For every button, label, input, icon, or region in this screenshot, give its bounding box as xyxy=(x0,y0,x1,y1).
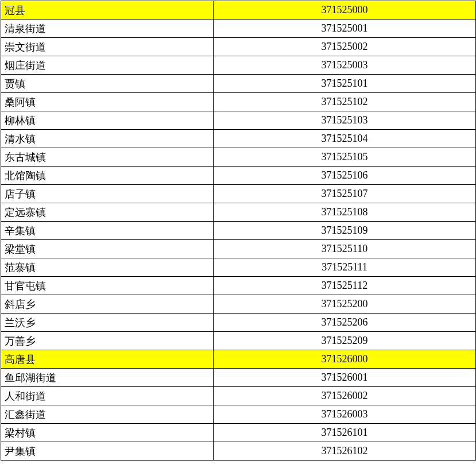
region-name-cell: 兰沃乡 xyxy=(1,314,214,332)
region-code-cell: 371525105 xyxy=(214,148,476,167)
table-row: 东古城镇371525105 xyxy=(1,148,476,167)
region-name-cell: 清泉街道 xyxy=(1,20,214,38)
table-row: 贾镇371525101 xyxy=(1,75,476,93)
table-row: 高唐县371526000 xyxy=(1,350,476,369)
region-name-cell: 崇文街道 xyxy=(1,38,214,56)
region-name-cell: 桑阿镇 xyxy=(1,93,214,111)
region-code-cell: 371526001 xyxy=(214,369,476,387)
region-name-cell: 范寨镇 xyxy=(1,258,214,277)
region-code-cell: 371525107 xyxy=(214,185,476,203)
table-row: 鱼邱湖街道371526001 xyxy=(1,369,476,387)
region-code-cell: 371525102 xyxy=(214,93,476,111)
table-row: 定远寨镇371525108 xyxy=(1,203,476,222)
region-code-cell: 371525110 xyxy=(214,240,476,258)
table-row: 崇文街道371525002 xyxy=(1,38,476,56)
table-row: 兰沃乡371525206 xyxy=(1,314,476,332)
region-code-cell: 371526003 xyxy=(214,405,476,424)
region-name-cell: 甘官屯镇 xyxy=(1,277,214,295)
table-row: 范寨镇371525111 xyxy=(1,258,476,277)
region-name-cell: 斜店乡 xyxy=(1,295,214,314)
region-code-cell: 371525103 xyxy=(214,111,476,130)
region-name-cell: 汇鑫街道 xyxy=(1,405,214,424)
region-name-cell: 柳林镇 xyxy=(1,111,214,130)
table-row: 斜店乡371525200 xyxy=(1,295,476,314)
region-code-cell: 371525104 xyxy=(214,130,476,148)
table-row: 甘官屯镇371525112 xyxy=(1,277,476,295)
table-row: 人和街道371526002 xyxy=(1,387,476,405)
region-code-cell: 371526002 xyxy=(214,387,476,405)
table-row: 汇鑫街道371526003 xyxy=(1,405,476,424)
region-name-cell: 万善乡 xyxy=(1,332,214,350)
region-code-cell: 371525002 xyxy=(214,38,476,56)
table-row: 北馆陶镇371525106 xyxy=(1,167,476,185)
region-name-cell: 人和街道 xyxy=(1,387,214,405)
region-code-cell: 371525206 xyxy=(214,314,476,332)
region-name-cell: 冠县 xyxy=(1,1,214,20)
table-row: 柳林镇371525103 xyxy=(1,111,476,130)
table-row: 梁堂镇371525110 xyxy=(1,240,476,258)
region-code-cell: 371526102 xyxy=(214,442,476,461)
table-row: 尹集镇371526102 xyxy=(1,442,476,461)
region-code-cell: 371525200 xyxy=(214,295,476,314)
table-row: 桑阿镇371525102 xyxy=(1,93,476,111)
region-code-cell: 371525000 xyxy=(214,1,476,20)
table-row: 店子镇371525107 xyxy=(1,185,476,203)
region-name-cell: 梁堂镇 xyxy=(1,240,214,258)
region-code-cell: 371525109 xyxy=(214,222,476,240)
region-code-cell: 371525001 xyxy=(214,20,476,38)
table-row: 清泉街道371525001 xyxy=(1,20,476,38)
table-row: 冠县371525000 xyxy=(1,1,476,20)
table-row: 烟庄街道371525003 xyxy=(1,56,476,75)
region-name-cell: 烟庄街道 xyxy=(1,56,214,75)
region-name-cell: 东古城镇 xyxy=(1,148,214,167)
table-row: 辛集镇371525109 xyxy=(1,222,476,240)
region-name-cell: 高唐县 xyxy=(1,350,214,369)
region-code-cell: 371525108 xyxy=(214,203,476,222)
region-code-cell: 371526101 xyxy=(214,424,476,442)
region-code-cell: 371525209 xyxy=(214,332,476,350)
table-row: 清水镇371525104 xyxy=(1,130,476,148)
region-code-cell: 371525111 xyxy=(214,258,476,277)
region-code-cell: 371525112 xyxy=(214,277,476,295)
region-name-cell: 辛集镇 xyxy=(1,222,214,240)
region-name-cell: 鱼邱湖街道 xyxy=(1,369,214,387)
table-row: 万善乡371525209 xyxy=(1,332,476,350)
region-name-cell: 定远寨镇 xyxy=(1,203,214,222)
region-name-cell: 店子镇 xyxy=(1,185,214,203)
region-name-cell: 尹集镇 xyxy=(1,442,214,461)
region-code-cell: 371525003 xyxy=(214,56,476,75)
region-name-cell: 贾镇 xyxy=(1,75,214,93)
table-body: 冠县371525000清泉街道371525001崇文街道371525002烟庄街… xyxy=(1,1,476,461)
region-code-cell: 371526000 xyxy=(214,350,476,369)
region-code-table: 冠县371525000清泉街道371525001崇文街道371525002烟庄街… xyxy=(1,1,476,461)
region-name-cell: 清水镇 xyxy=(1,130,214,148)
table-row: 梁村镇371526101 xyxy=(1,424,476,442)
region-code-cell: 371525101 xyxy=(214,75,476,93)
region-name-cell: 梁村镇 xyxy=(1,424,214,442)
region-name-cell: 北馆陶镇 xyxy=(1,167,214,185)
region-code-cell: 371525106 xyxy=(214,167,476,185)
